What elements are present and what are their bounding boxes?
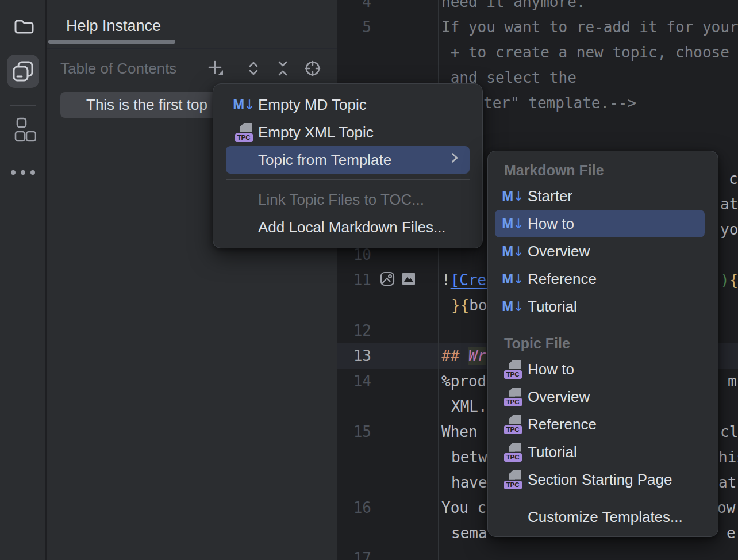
line-number: 11 [337,267,371,293]
line-number: 16 [337,495,371,520]
menu-item-reference[interactable]: M↓ Reference [495,265,705,293]
code-text: at [720,191,738,217]
menu-item-starter[interactable]: M↓ Starter [495,182,705,210]
file-type-icon: TPC [503,360,522,379]
menu-item-add-local-markdown-files[interactable]: Add Local Markdown Files... [226,213,470,241]
expand-chevrons-icon [245,60,262,79]
code-text: ## Wr [441,343,486,369]
menu-item-topic-from-template[interactable]: Topic from Template [226,146,470,174]
line-number: 14 [337,369,371,394]
code-text: + to create a new topic, choose [441,40,738,65]
code-text: betw [451,444,487,470]
activity-bar [0,0,46,560]
menu-item-customize-templates[interactable]: Customize Templates... [495,503,705,531]
more-tool-windows-button[interactable] [0,170,46,175]
topic-file-icon: TPC [235,123,253,142]
menu-item-empty-xml-topic[interactable]: TPC Empty XML Topic [226,118,470,146]
line-number: 15 [337,419,371,444]
line-number: 13 [337,343,371,369]
code-text: }{bo [451,293,487,318]
plus-dropdown-icon [206,59,226,80]
markdown-file-icon: M↓ [502,271,523,287]
topic-from-template-submenu: Markdown File M↓ Starter M↓ How to M↓ Ov… [487,151,718,537]
submenu-section-header: Markdown File [488,157,718,182]
collapse-all-button[interactable] [272,59,293,80]
collapse-chevrons-icon [274,60,291,79]
line-number: 5 [337,14,371,40]
project-folder-button[interactable] [0,15,46,40]
menu-item-overview[interactable]: M↓ Overview [495,237,705,265]
ide-window: Help Instance Table of Contents [0,0,738,560]
submenu-arrow-icon [450,151,459,170]
code-text: m [728,369,737,394]
activity-bar-divider [10,105,36,106]
code-text: cl [720,419,738,444]
menu-separator [496,325,705,325]
structure-icon [10,117,36,147]
code-text: e [727,520,736,546]
submenu-section-header: Topic File [488,330,718,355]
toc-panel-label: Table of Contents [60,60,176,78]
markdown-file-icon: M↓ [233,97,254,113]
menu-item-how-to[interactable]: TPC How to [495,355,705,383]
code-text: you [720,217,738,242]
new-topic-context-menu: M↓ Empty MD Topic TPC Empty XML Topic To… [213,83,483,248]
menu-item-how-to[interactable]: M↓ How to [495,210,705,237]
file-type-icon: TPC [503,415,522,434]
toc-tree-item[interactable]: This is the first top [60,92,222,118]
menu-item-empty-md-topic[interactable]: M↓ Empty MD Topic [226,91,470,118]
menu-item-tutorial[interactable]: TPC Tutorial [495,438,705,466]
instances-icon [9,57,37,87]
code-text: You c [441,495,486,520]
menu-item-overview[interactable]: TPC Overview [495,383,705,411]
topic-file-icon: TPC [504,470,522,489]
file-type-icon: TPC [503,470,522,489]
instances-tool-button[interactable] [0,57,46,87]
topic-file-icon: TPC [504,443,522,462]
code-text: %prod [441,369,486,394]
topic-file-icon: TPC [504,388,522,406]
line-number: 4 [337,0,371,14]
image-filled-icon[interactable] [402,273,415,287]
add-topic-button[interactable] [206,59,226,80]
file-type-icon: M↓ [503,188,522,204]
menu-item-tutorial[interactable]: M↓ Tutorial [495,293,705,320]
markdown-file-icon: M↓ [502,188,523,204]
file-type-icon: TPC [503,388,522,406]
tool-window-title: Help Instance [66,17,161,35]
code-text: at [718,470,736,495]
menu-separator [226,179,470,180]
file-type-icon: TPC [503,443,522,462]
topic-file-icon: TPC [504,360,522,379]
file-type-icon: M↓ [503,216,522,232]
file-type-icon: M↓ [234,97,253,113]
topic-file-icon: TPC [504,415,522,434]
code-text: ow [717,495,735,520]
file-type-icon: M↓ [503,243,522,259]
header-divider [47,48,337,49]
code-text: have [451,470,487,495]
code-text: sema [451,520,487,546]
markdown-file-icon: M↓ [502,243,523,259]
code-text: ){ [720,267,738,293]
image-outline-icon[interactable] [380,271,395,289]
expand-all-button[interactable] [243,59,264,80]
menu-item-reference[interactable]: TPC Reference [495,411,705,438]
line-number: 12 [337,318,371,343]
file-type-icon: M↓ [503,298,522,314]
code-text: c [729,166,738,191]
code-text: ter" template.--> [483,90,636,116]
code-text: his [718,444,738,470]
code-text: XML. [451,394,487,419]
folder-icon [11,15,34,40]
code-text: If you want to re-add it for your [441,14,738,40]
structure-tool-button[interactable] [0,117,46,147]
menu-item-link-topic-files-to-toc[interactable]: Link Topic Files to TOC... [226,186,470,213]
locate-button[interactable] [302,59,323,80]
file-type-icon: TPC [234,123,253,142]
code-text: When [441,419,486,444]
line-number: 17 [337,546,371,560]
menu-item-section-starting-page[interactable]: TPC Section Starting Page [495,466,705,493]
menu-separator [496,498,705,498]
active-tab-underline [48,40,175,44]
